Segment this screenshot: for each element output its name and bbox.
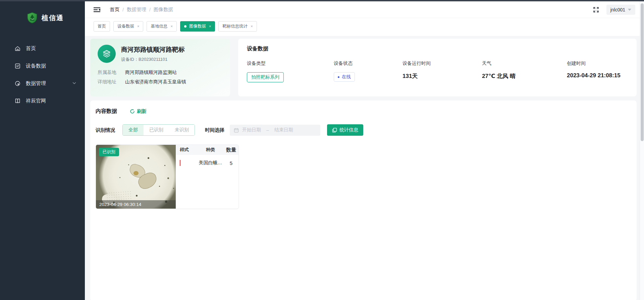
- segment-all[interactable]: 全部: [123, 125, 144, 135]
- sidebar-item-label: 数据管理: [26, 80, 46, 87]
- close-icon[interactable]: ×: [170, 25, 172, 28]
- menu-fold-icon[interactable]: [94, 7, 100, 12]
- tab-bar: 首页 设备数据 × 基地信息 × 图像数据 × 靶标信息统计 ×: [85, 18, 644, 36]
- tab-label: 基地信息: [151, 24, 167, 29]
- field-label: 设备状态: [334, 60, 402, 67]
- status-text: 在线: [342, 74, 351, 80]
- field-label: 设备类型: [247, 60, 334, 67]
- sidebar-item-label: 设备数据: [26, 63, 46, 69]
- device-data-title: 设备数据: [247, 45, 628, 52]
- tab-label: 首页: [98, 24, 106, 29]
- field-device-status: 设备状态 在线: [334, 60, 402, 82]
- field-created-time: 创建时间 2023-04-29 21:08:15: [567, 60, 621, 82]
- count-cell: 5: [224, 160, 238, 166]
- tab-label: 图像数据: [189, 24, 206, 29]
- close-icon[interactable]: ×: [137, 25, 139, 28]
- refresh-icon: [130, 109, 135, 114]
- main-area: 首页 / 数据管理 / 图像数据 jnlc001 首页 设备数据: [85, 1, 644, 300]
- recognition-segmented-control: 全部 已识别 未识别: [122, 124, 195, 136]
- content-data-card: 内容数据 刷新 识别情况 全部 已识别 未识别 时间选择: [90, 100, 637, 300]
- content-title-row: 内容数据 刷新: [96, 108, 631, 115]
- refresh-label: 刷新: [137, 108, 147, 115]
- home-icon: [15, 46, 20, 51]
- sidebar-item-device-data[interactable]: 设备数据: [0, 57, 85, 75]
- field-label: 创建时间: [567, 60, 621, 67]
- device-data-card: 设备数据 设备类型 拍照靶标系列 设备状态 在线 设备运行时间 131天: [238, 39, 637, 96]
- recognition-table: 样式 种类 数量 美国白蛾… 5: [176, 145, 238, 209]
- sidebar-item-data-management[interactable]: 数据管理: [0, 75, 85, 92]
- field-label: 天气: [482, 60, 567, 67]
- active-dot: [184, 25, 186, 28]
- breadcrumb-item[interactable]: 首页: [110, 6, 119, 13]
- calendar-icon: [234, 128, 239, 133]
- device-info-rows: 所属基地 商河郑路镇顺河路监测站 详细地址 山东省济南市商河县玉皇庙镇: [98, 68, 223, 86]
- device-type-tag: 拍照靶标系列: [247, 72, 284, 82]
- content-title: 内容数据: [96, 108, 117, 115]
- online-dot: [338, 76, 339, 78]
- scrollbar-thumb[interactable]: [641, 3, 644, 141]
- tab-device-data[interactable]: 设备数据 ×: [113, 21, 143, 32]
- segment-recognized[interactable]: 已识别: [144, 125, 169, 135]
- refresh-button[interactable]: 刷新: [130, 108, 147, 115]
- device-info-head: 商河郑路镇顺河路靶标 设备ID：B20230211101: [98, 45, 223, 63]
- username: jnlc001: [610, 7, 625, 12]
- breadcrumb-item[interactable]: 数据管理: [127, 6, 146, 13]
- brand-name: 植信通: [42, 13, 64, 23]
- segment-unrecognized[interactable]: 未识别: [169, 125, 195, 135]
- row-value: 山东省济南市商河县玉皇庙镇: [125, 77, 186, 86]
- photo-timestamp: 2023-04-29 06:30:14: [96, 200, 176, 209]
- sidebar: 植信通 首页 设备数据: [0, 0, 85, 300]
- bbox-color-swatch: [180, 160, 180, 166]
- tab-image-data[interactable]: 图像数据 ×: [180, 21, 215, 32]
- species-cell: 美国白蛾…: [197, 160, 224, 166]
- device-info-row: 详细地址 山东省济南市商河县玉皇庙镇: [98, 77, 223, 86]
- stats-info-button[interactable]: 统计信息: [327, 124, 363, 136]
- device-title: 商河郑路镇顺河路靶标: [121, 45, 185, 54]
- close-icon[interactable]: ×: [209, 25, 211, 28]
- vertical-scrollbar[interactable]: [640, 1, 644, 300]
- trap-photo[interactable]: 已识别 2023-04-29 06:30:14: [96, 145, 176, 209]
- insect-dots: [96, 145, 97, 146]
- sidebar-item-home[interactable]: 首页: [0, 40, 85, 57]
- created-time-value: 2023-04-29 21:08:15: [567, 72, 621, 79]
- device-data-fields: 设备类型 拍照靶标系列 设备状态 在线 设备运行时间 131天 天气 27℃ 北…: [247, 60, 628, 82]
- row-value: 商河郑路镇顺河路监测站: [125, 68, 177, 77]
- tab-label: 靶标信息统计: [222, 24, 248, 29]
- sidebar-item-official-site[interactable]: 祥辰官网: [0, 92, 85, 110]
- close-icon[interactable]: ×: [251, 25, 253, 28]
- table-header-row: 样式 种类 数量: [176, 145, 238, 155]
- device-title-block: 商河郑路镇顺河路靶标 设备ID：B20230211101: [121, 45, 185, 62]
- stats-doc-icon: [332, 128, 337, 133]
- device-info-card: 商河郑路镇顺河路靶标 设备ID：B20230211101 所属基地 商河郑路镇顺…: [90, 39, 230, 96]
- row-label: 所属基地: [98, 68, 119, 77]
- status-badge: 在线: [334, 72, 355, 82]
- fullscreen-icon[interactable]: [593, 7, 599, 13]
- field-uptime: 设备运行时间 131天: [402, 60, 482, 82]
- field-device-type: 设备类型 拍照靶标系列: [247, 60, 334, 82]
- range-separator: –: [266, 127, 269, 133]
- style-cell: [176, 160, 197, 166]
- column-header: 样式: [176, 147, 197, 153]
- end-date-placeholder: 结束日期: [274, 127, 293, 133]
- device-id-label: 设备ID：: [121, 57, 139, 62]
- tab-home[interactable]: 首页: [94, 21, 110, 32]
- book-icon: [15, 98, 20, 104]
- breadcrumb-separator: /: [122, 7, 124, 12]
- start-date-placeholder: 开始日期: [242, 127, 261, 133]
- breadcrumb-item[interactable]: 图像数据: [154, 6, 173, 13]
- header-right: jnlc001: [593, 5, 635, 15]
- uptime-value: 131天: [402, 72, 418, 80]
- tab-target-stats[interactable]: 靶标信息统计 ×: [218, 21, 257, 32]
- image-result-card[interactable]: 已识别 2023-04-29 06:30:14 样式 种类 数量 美国白蛾… 5: [96, 144, 239, 209]
- user-menu[interactable]: jnlc001: [606, 5, 635, 15]
- weather-value: 27℃ 北风 晴: [482, 72, 516, 80]
- summary-cards-row: 商河郑路镇顺河路靶标 设备ID：B20230211101 所属基地 商河郑路镇顺…: [90, 39, 637, 96]
- date-range-picker[interactable]: 开始日期 – 结束日期: [230, 125, 320, 136]
- recognized-badge: 已识别: [99, 148, 119, 156]
- row-label: 详细地址: [98, 77, 119, 86]
- tab-label: 设备数据: [117, 24, 134, 29]
- insect-blob: [133, 171, 139, 175]
- shield-tree-icon: [27, 12, 38, 24]
- tab-base-info[interactable]: 基地信息 ×: [147, 21, 176, 32]
- sidebar-menu: 首页 设备数据 数据管理: [0, 40, 85, 110]
